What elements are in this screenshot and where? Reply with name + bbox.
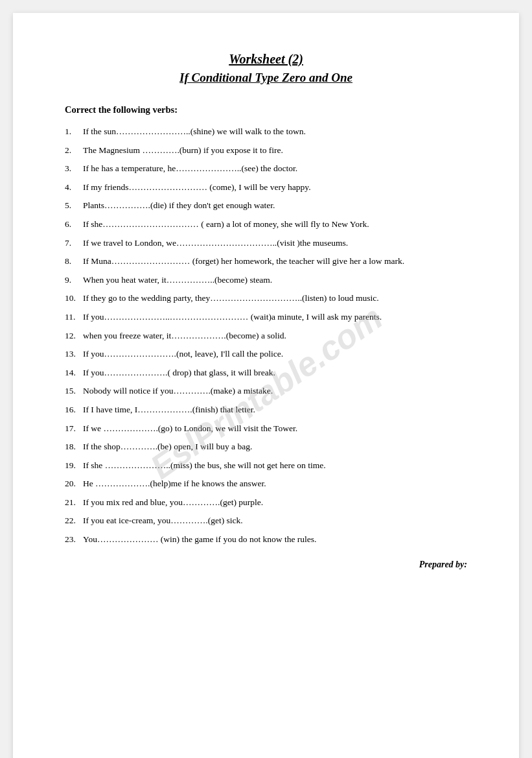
exercise-list: 1.If the sun……………………..(shine) we will wa… (65, 124, 467, 547)
item-text: He ……………….(help)me if he knows the answe… (83, 477, 467, 491)
item-number: 4. (65, 180, 83, 195)
item-number: 20. (65, 477, 83, 491)
item-text: Plants…………….(die) if they don't get enou… (83, 198, 467, 213)
item-number: 1. (65, 124, 83, 139)
item-text: If I have time, I……………….(finish) that le… (83, 403, 467, 417)
item-text: When you heat water, it……………..(become) s… (83, 273, 467, 287)
list-item: 18.If the shop………….(be) open, I will buy… (65, 440, 467, 454)
item-number: 9. (65, 273, 83, 287)
list-item: 6.If she…………………………… ( earn) a lot of mon… (65, 217, 467, 231)
list-item: 1.If the sun……………………..(shine) we will wa… (65, 124, 467, 139)
item-number: 2. (65, 143, 83, 158)
item-text: If we travel to London, we……………………………..(… (83, 236, 467, 250)
item-text: If they go to the wedding party, they………… (83, 291, 467, 305)
item-number: 10. (65, 291, 83, 305)
list-item: 14.If you………………….( drop) that glass, it … (65, 366, 467, 380)
item-text: If she…………………………… ( earn) a lot of money… (83, 217, 467, 231)
worksheet-header: Worksheet (2) If Conditional Type Zero a… (65, 52, 467, 85)
item-text: If you…………………….(not, leave), I'll call t… (83, 347, 467, 361)
item-number: 18. (65, 440, 83, 454)
item-text: If you mix red and blue, you………….(get) p… (83, 495, 467, 510)
item-text: If you eat ice-cream, you………….(get) sick… (83, 514, 467, 528)
list-item: 22.If you eat ice-cream, you………….(get) s… (65, 514, 467, 528)
list-item: 4.If my friends……………………… (come), I will … (65, 180, 467, 195)
prepared-by-label: Prepared by: (65, 560, 467, 570)
item-text: If Muna……………………… (forget) her homework, … (83, 254, 467, 268)
worksheet-subtitle: If Conditional Type Zero and One (65, 71, 467, 85)
list-item: 16.If I have time, I……………….(finish) that… (65, 403, 467, 417)
item-text: when you freeze water, it……………….(become)… (83, 329, 467, 343)
item-number: 11. (65, 310, 83, 324)
list-item: 15.Nobody will notice if you………….(make) … (65, 384, 467, 398)
item-text: If she …………………..(miss) the bus, she will… (83, 458, 467, 473)
item-number: 13. (65, 347, 83, 361)
item-text: The Magnesium ………….(burn) if you expose … (83, 143, 467, 158)
list-item: 2.The Magnesium ………….(burn) if you expos… (65, 143, 467, 158)
item-text: If the sun……………………..(shine) we will walk… (83, 124, 467, 139)
item-text: If you………………….( drop) that glass, it wil… (83, 366, 467, 380)
item-number: 16. (65, 403, 83, 417)
item-text: If the shop………….(be) open, I will buy a … (83, 440, 467, 454)
list-item: 8.If Muna……………………… (forget) her homework… (65, 254, 467, 268)
instruction-label: Correct the following verbs: (65, 104, 467, 115)
list-item: 19.If she …………………..(miss) the bus, she w… (65, 458, 467, 473)
item-number: 3. (65, 161, 83, 176)
item-text: If we ……………….(go) to London, we will vis… (83, 421, 467, 436)
list-item: 17.If we ……………….(go) to London, we will … (65, 421, 467, 436)
list-item: 20.He ……………….(help)me if he knows the an… (65, 477, 467, 491)
list-item: 3.If he has a temperature, he…………………..(s… (65, 161, 467, 176)
item-number: 21. (65, 495, 83, 510)
item-number: 17. (65, 421, 83, 436)
list-item: 5.Plants…………….(die) if they don't get en… (65, 198, 467, 213)
list-item: 13.If you…………………….(not, leave), I'll cal… (65, 347, 467, 361)
item-number: 22. (65, 514, 83, 528)
list-item: 7.If we travel to London, we…………………………….… (65, 236, 467, 250)
item-number: 7. (65, 236, 83, 250)
item-number: 8. (65, 254, 83, 268)
list-item: 23.You………………… (win) the game if you do n… (65, 532, 467, 547)
list-item: 9.When you heat water, it……………..(become)… (65, 273, 467, 287)
item-number: 23. (65, 532, 83, 547)
item-text: You………………… (win) the game if you do not … (83, 532, 467, 547)
item-number: 14. (65, 366, 83, 380)
item-number: 19. (65, 458, 83, 473)
item-text: If you…………………..……………………… (wait)a minute,… (83, 310, 467, 324)
item-text: If he has a temperature, he…………………..(see… (83, 161, 467, 176)
item-number: 5. (65, 198, 83, 213)
worksheet-title: Worksheet (2) (65, 52, 467, 67)
list-item: 11.If you…………………..……………………… (wait)a minu… (65, 310, 467, 324)
list-item: 21.If you mix red and blue, you………….(get… (65, 495, 467, 510)
item-number: 12. (65, 329, 83, 343)
worksheet-page: EslPrintable.com Worksheet (2) If Condit… (13, 13, 519, 758)
item-number: 15. (65, 384, 83, 398)
item-number: 6. (65, 217, 83, 231)
item-text: Nobody will notice if you………….(make) a m… (83, 384, 467, 398)
list-item: 10.If they go to the wedding party, they… (65, 291, 467, 305)
list-item: 12.when you freeze water, it……………….(beco… (65, 329, 467, 343)
item-text: If my friends……………………… (come), I will be… (83, 180, 467, 195)
